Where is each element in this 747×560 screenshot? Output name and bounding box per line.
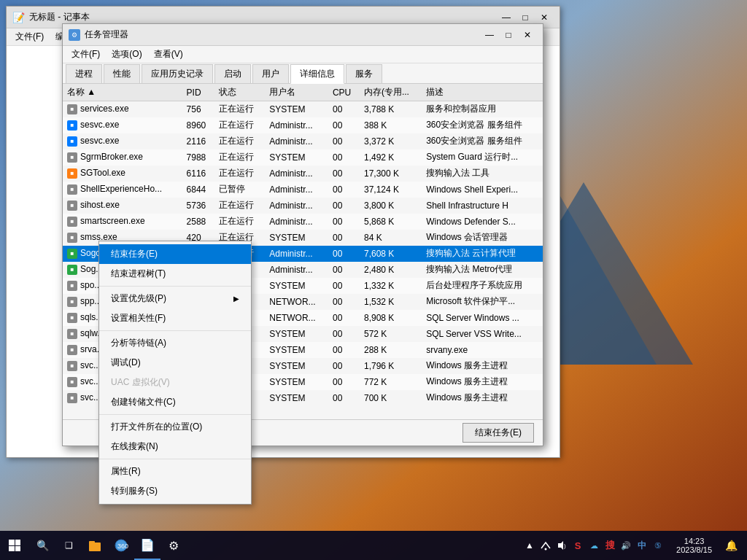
col-cpu[interactable]: CPU xyxy=(328,84,360,101)
ctx-properties[interactable]: 属性(R) xyxy=(99,462,251,481)
explorer-icon xyxy=(88,538,102,553)
taskmanager-maximize-btn[interactable]: □ xyxy=(499,28,518,42)
proc-mem-cell: 8,908 K xyxy=(360,310,422,326)
tab-startup[interactable]: 启动 xyxy=(214,64,251,83)
tray-network-icon[interactable] xyxy=(539,539,552,552)
tray-sogou-icon[interactable]: S xyxy=(571,539,584,552)
tray-360-tray-icon[interactable]: ⑤ xyxy=(651,539,665,552)
table-row[interactable]: ■ShellExperienceHo... 6844 已暂停 Administr… xyxy=(63,182,543,198)
notepad-title: 无标题 - 记事本 xyxy=(29,11,497,23)
proc-name-cell: ■SgrmBroker.exe xyxy=(63,149,182,166)
tray-keyboard-icon[interactable]: 中 xyxy=(635,539,649,552)
ctx-go-to-service[interactable]: 转到服务(S) xyxy=(99,481,251,501)
table-row[interactable]: ■sihost.exe 5736 正在运行 Administr... 00 3,… xyxy=(63,198,543,214)
tab-app-history[interactable]: 应用历史记录 xyxy=(142,64,213,83)
proc-cpu-cell: 00 xyxy=(328,278,360,294)
tm-menu-file[interactable]: 文件(F) xyxy=(66,47,106,62)
taskmanager-title: 任务管理器 xyxy=(85,28,480,41)
proc-mem-cell: 388 K xyxy=(360,117,422,133)
proc-mem-cell: 7,608 K xyxy=(360,246,422,262)
ctx-online-search[interactable]: 在线搜索(N) xyxy=(99,437,251,456)
table-row[interactable]: ■sesvc.exe 8960 正在运行 Administr... 00 388… xyxy=(63,117,543,133)
proc-desc-cell: Shell Infrastructure H xyxy=(422,198,543,214)
proc-desc-cell: Windows Defender S... xyxy=(422,214,543,230)
table-row[interactable]: ■SgrmBroker.exe 7988 正在运行 SYSTEM 00 1,49… xyxy=(63,149,543,166)
tray-cloud-icon[interactable]: ☁ xyxy=(587,539,600,552)
notification-button[interactable]: 🔔 xyxy=(718,531,744,560)
taskbar-clock[interactable]: 14:23 2023/8/15 xyxy=(670,537,718,554)
tab-services[interactable]: 服务 xyxy=(346,64,382,83)
col-desc[interactable]: 描述 xyxy=(422,84,543,101)
taskmanager-close-btn[interactable]: ✕ xyxy=(518,28,537,42)
proc-desc-cell: SQL Server VSS Write... xyxy=(422,326,543,342)
proc-mem-cell: 1,492 K xyxy=(360,149,422,166)
ctx-set-priority[interactable]: 设置优先级(P) ▶ xyxy=(99,289,251,308)
taskbar-notepad[interactable]: 📄 xyxy=(134,531,160,560)
taskview-icon: ❑ xyxy=(61,538,76,553)
table-row[interactable]: ■smartscreen.exe 2588 正在运行 Administr... … xyxy=(63,214,543,230)
proc-name-cell: ■sihost.exe xyxy=(63,198,182,214)
proc-user-cell: SYSTEM xyxy=(265,342,328,358)
ctx-open-location[interactable]: 打开文件所在的位置(O) xyxy=(99,417,251,437)
notepad-maximize-btn[interactable]: □ xyxy=(516,10,535,25)
notepad-minimize-btn[interactable]: — xyxy=(497,10,516,25)
taskbar-browser360[interactable]: 360 xyxy=(108,531,134,560)
ctx-end-process-tree[interactable]: 结束进程树(T) xyxy=(99,264,251,284)
taskbar-search[interactable]: 🔍 xyxy=(29,531,55,560)
ctx-analyze-wait[interactable]: 分析等待链(A) xyxy=(99,333,251,353)
ctx-end-task[interactable]: 结束任务(E) xyxy=(99,244,251,264)
taskbar-explorer[interactable] xyxy=(82,531,108,560)
ctx-set-affinity[interactable]: 设置相关性(F) xyxy=(99,308,251,328)
col-name[interactable]: 名称 ▲ xyxy=(63,84,182,101)
notepad-close-btn[interactable]: ✕ xyxy=(535,10,554,25)
proc-name-cell: ■smartscreen.exe xyxy=(63,214,182,230)
tray-red-icon[interactable]: 搜 xyxy=(603,539,616,552)
proc-icon: ■ xyxy=(67,281,77,291)
svg-rect-7 xyxy=(89,541,95,544)
taskbar-right: ▲ ) S ☁ 搜 🔊 中 ⑤ 14:23 2023/8/15 🔔 xyxy=(517,531,747,560)
proc-user-cell: SYSTEM xyxy=(265,149,328,166)
col-mem[interactable]: 内存(专用... xyxy=(360,84,422,101)
table-row[interactable]: ■sesvc.exe 2116 正在运行 Administr... 00 3,3… xyxy=(63,133,543,149)
tray-speaker-icon[interactable]: 🔊 xyxy=(619,539,632,552)
proc-status-cell: 正在运行 xyxy=(214,166,265,182)
ctx-arrow-priority: ▶ xyxy=(233,295,239,303)
notepad-menu-file[interactable]: 文件(F) xyxy=(9,29,50,44)
proc-mem-cell: 572 K xyxy=(360,326,422,342)
ctx-create-dump[interactable]: 创建转储文件(C) xyxy=(99,392,251,412)
end-task-button[interactable]: 结束任务(E) xyxy=(462,423,534,443)
proc-status-cell: 正在运行 xyxy=(214,198,265,214)
col-pid[interactable]: PID xyxy=(182,84,215,101)
svg-text:360: 360 xyxy=(117,542,128,550)
tab-users[interactable]: 用户 xyxy=(252,64,289,83)
col-user[interactable]: 用户名 xyxy=(265,84,328,101)
proc-desc-cell: System Guard 运行时... xyxy=(422,149,543,166)
taskmanager-app-icon: ⚙ xyxy=(69,29,80,41)
proc-icon: ■ xyxy=(67,345,77,355)
tm-menu-view[interactable]: 查看(V) xyxy=(148,47,189,62)
proc-cpu-cell: 00 xyxy=(328,149,360,166)
tm-menu-options[interactable]: 选项(O) xyxy=(106,47,147,62)
ctx-debug[interactable]: 调试(D) xyxy=(99,353,251,373)
tab-processes[interactable]: 进程 xyxy=(66,64,102,83)
proc-icon: ■ xyxy=(67,265,77,275)
taskbar-taskview[interactable]: ❑ xyxy=(55,531,82,560)
table-row[interactable]: ■SGTool.exe 6116 正在运行 Administr... 00 17… xyxy=(63,166,543,182)
proc-mem-cell: 1,332 K xyxy=(360,278,422,294)
windows-logo-icon xyxy=(9,540,20,551)
start-button[interactable] xyxy=(0,531,29,560)
tab-performance[interactable]: 性能 xyxy=(104,64,140,83)
proc-icon: ■ xyxy=(67,120,77,131)
search-icon: 🔍 xyxy=(35,538,50,553)
taskmanager-minimize-btn[interactable]: — xyxy=(480,28,499,42)
table-row[interactable]: ■services.exe 756 正在运行 SYSTEM 00 3,788 K… xyxy=(63,101,543,117)
tray-up-arrow[interactable]: ▲ xyxy=(523,539,536,552)
tab-details[interactable]: 详细信息 xyxy=(290,64,344,84)
proc-cpu-cell: 00 xyxy=(328,246,360,262)
col-status[interactable]: 状态 xyxy=(214,84,265,101)
proc-user-cell: Administr... xyxy=(265,182,328,198)
proc-cpu-cell: 00 xyxy=(328,198,360,214)
tray-volume-icon[interactable]: ) xyxy=(555,539,568,552)
proc-mem-cell: 700 K xyxy=(360,390,422,406)
taskbar-settings[interactable]: ⚙ xyxy=(160,531,187,560)
